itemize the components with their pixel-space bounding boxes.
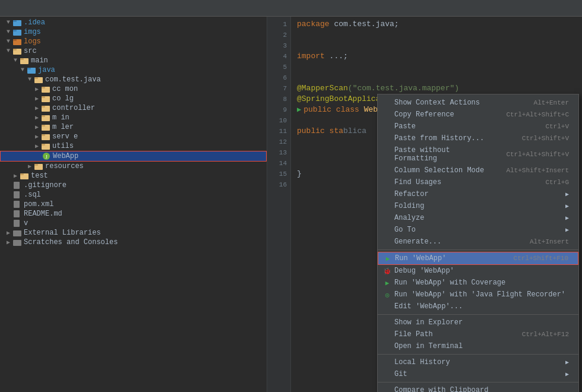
menu-item-open-in-terminal[interactable]: Open in Terminal: [378, 340, 578, 352]
code-line-1[interactable]: package com.test.java;: [297, 19, 582, 30]
tree-item-imgs[interactable]: imgs: [0, 27, 267, 37]
line-num-15: 15: [267, 169, 290, 179]
line-num-11: 11: [267, 126, 290, 137]
tree-icon-external: [13, 229, 21, 237]
tree-arrow-resources: [26, 163, 33, 170]
svg-rect-31: [34, 164, 38, 166]
tree-item-sqlfile[interactable]: .sql: [0, 190, 267, 200]
code-line-2[interactable]: [297, 30, 582, 40]
svg-rect-23: [42, 125, 45, 127]
menu-label-show-context-actions: Show Context Actions: [394, 99, 480, 107]
code-line-4[interactable]: import ...;: [297, 51, 582, 62]
menu-item-debug-webapp[interactable]: 🐞Debug 'WebApp': [378, 265, 578, 277]
menu-item-compare-clipboard[interactable]: Compare with Clipboard: [378, 384, 578, 392]
svg-rect-37: [14, 210, 20, 217]
menu-item-copy-reference[interactable]: Copy ReferenceCtrl+Alt+Shift+C: [378, 109, 578, 121]
menu-submenu-arrow-local-history: ▶: [565, 359, 569, 366]
menu-icon-run-flight-recorder: ◎: [382, 290, 392, 299]
tree-label-external: External Libraries: [24, 229, 101, 237]
tree-item-src[interactable]: src: [0, 46, 267, 56]
code-line-7[interactable]: @MapperScan("com.test.java.mapper"): [297, 83, 582, 94]
line-num-13: 13: [267, 147, 290, 158]
tree-arrow-com.test.java: [26, 76, 33, 83]
tree-arrow-controller: [33, 105, 40, 112]
menu-label-local-history: Local History: [394, 358, 450, 366]
menu-item-edit-webapp[interactable]: Edit 'WebApp'...: [378, 301, 578, 312]
line-num-5: 5: [267, 62, 290, 72]
tree-item-controller[interactable]: controller: [0, 103, 267, 113]
tree-item-main2[interactable]: m in: [0, 113, 267, 122]
tree-item-config[interactable]: co lg: [0, 94, 267, 103]
menu-item-paste[interactable]: PasteCtrl+V: [378, 121, 578, 132]
menu-item-find-usages[interactable]: Find UsagesCtrl+G: [378, 176, 578, 188]
code-line-5[interactable]: [297, 62, 582, 72]
menu-label-go-to: Go To: [394, 226, 416, 234]
menu-icon-run-webapp: ▶: [383, 254, 393, 263]
tree-item-scratches[interactable]: Scratches and Consoles: [0, 238, 267, 247]
tree-arrow-mapper: [33, 124, 40, 131]
tree-item-main[interactable]: main: [0, 56, 267, 65]
menu-label-generate: Generate...: [394, 238, 441, 246]
tree-label-gitignore: .gitignore: [24, 181, 67, 189]
tree-arrow-service: [33, 133, 40, 140]
tree-icon-idea: [13, 18, 21, 27]
menu-item-file-path[interactable]: File PathCtrl+Alt+F12: [378, 328, 578, 340]
menu-item-analyze[interactable]: Analyze▶: [378, 212, 578, 224]
menu-item-git[interactable]: Git▶: [378, 368, 578, 380]
menu-item-local-history[interactable]: Local History▶: [378, 356, 578, 368]
tree-item-com.test.java[interactable]: com.test.java: [0, 75, 267, 84]
tree-label-common: cc mon: [52, 85, 78, 93]
menu-item-folding[interactable]: Folding▶: [378, 200, 578, 212]
svg-rect-1: [13, 20, 17, 22]
menu-item-generate[interactable]: Generate...Alt+Insert: [378, 236, 578, 248]
menu-item-run-webapp[interactable]: ▶Run 'WebApp'Ctrl+Shift+F10: [378, 252, 578, 265]
menu-submenu-arrow-analyze: ▶: [565, 214, 569, 222]
svg-rect-3: [13, 30, 17, 31]
menu-shortcut-show-context-actions: Alt+Enter: [534, 99, 569, 106]
tree-icon-controller: [42, 104, 50, 112]
tree-item-pom[interactable]: pom.xml: [0, 200, 267, 209]
tree-item-readme[interactable]: README.md: [0, 209, 267, 219]
menu-item-paste-from-history[interactable]: Paste from History...Ctrl+Shift+V: [378, 132, 578, 144]
tree-arrow-utils: [33, 143, 40, 150]
tree-item-test[interactable]: test: [0, 171, 267, 181]
menu-shortcut-generate: Alt+Insert: [530, 238, 569, 245]
tree-item-external[interactable]: External Libraries: [0, 228, 267, 238]
menu-label-find-usages: Find Usages: [394, 178, 441, 186]
tree-label-main2: m in: [52, 113, 69, 122]
tree-item-common[interactable]: cc mon: [0, 84, 267, 94]
menu-label-run-flight-recorder: Run 'WebApp' with 'Java Flight Recorder': [394, 290, 565, 299]
code-text-15: }: [297, 169, 302, 179]
tree-icon-resources: [34, 162, 43, 170]
menu-label-file-path: File Path: [394, 330, 433, 339]
tree-arrow-scratches: [5, 239, 12, 246]
menu-label-run-coverage: Run 'WebApp' with Coverage: [394, 279, 505, 287]
tree-item-gitignore[interactable]: .gitignore: [0, 181, 267, 190]
menu-item-show-context-actions[interactable]: Show Context ActionsAlt+Enter: [378, 97, 578, 109]
tree-item-java[interactable]: java: [0, 65, 267, 75]
menu-item-column-selection-mode[interactable]: Column Selection ModeAlt+Shift+Insert: [378, 165, 578, 176]
tree-item-mapper[interactable]: m ler: [0, 122, 267, 132]
tree-item-WebApp[interactable]: JWebApp: [0, 151, 267, 162]
menu-label-compare-clipboard: Compare with Clipboard: [394, 386, 488, 392]
menu-divider: [378, 314, 578, 315]
tree-item-idea[interactable]: .idea: [0, 18, 267, 27]
title-bar: [0, 0, 582, 17]
tree-item-logs[interactable]: logs: [0, 37, 267, 46]
menu-shortcut-run-webapp: Ctrl+Shift+F10: [514, 255, 568, 262]
tree-item-resources[interactable]: resources: [0, 162, 267, 171]
menu-item-go-to[interactable]: Go To▶: [378, 224, 578, 236]
line-num-9: 9: [267, 105, 290, 115]
menu-item-refactor[interactable]: Refactor▶: [378, 188, 578, 200]
menu-item-show-in-explorer[interactable]: Show in Explorer: [378, 317, 578, 328]
menu-item-run-flight-recorder[interactable]: ◎Run 'WebApp' with 'Java Flight Recorder…: [378, 289, 578, 301]
tree-item-vue[interactable]: v: [0, 219, 267, 228]
menu-item-paste-without-formatting[interactable]: Paste without FormattingCtrl+Alt+Shift+V: [378, 144, 578, 165]
code-line-3[interactable]: [297, 40, 582, 51]
tree-label-service: serv e: [52, 132, 78, 141]
tree-item-service[interactable]: serv e: [0, 132, 267, 141]
tree-item-utils[interactable]: utils: [0, 141, 267, 151]
svg-rect-39: [13, 230, 21, 236]
menu-item-run-coverage[interactable]: ▶Run 'WebApp' with Coverage: [378, 277, 578, 289]
code-line-6[interactable]: [297, 72, 582, 83]
